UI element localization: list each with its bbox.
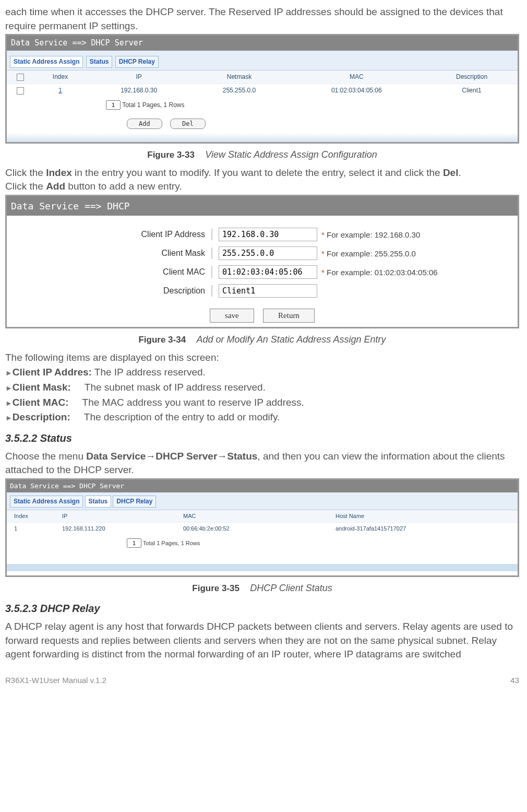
form-row-client-ip: Client IP Address * For example: 192.168… bbox=[7, 225, 518, 244]
form-row-description: Description bbox=[7, 281, 518, 300]
relay-paragraph: A DHCP relay agent is any host that forw… bbox=[5, 620, 519, 662]
pager: Total 1 Pages, 1 Rows bbox=[7, 535, 518, 551]
tab-dhcp-relay[interactable]: DHCP Relay bbox=[115, 56, 159, 68]
tab-status[interactable]: Status bbox=[85, 496, 112, 508]
panel-title: Data Service ==> DHCP Server bbox=[7, 480, 518, 492]
col-ip: IP bbox=[87, 70, 191, 84]
row-mac: 00:66:4b:2e:00:52 bbox=[180, 523, 332, 535]
figure-3-35-screenshot: Data Service ==> DHCP Server Static Addr… bbox=[5, 478, 519, 577]
tab-bar: Static Address Assign Status DHCP Relay bbox=[7, 51, 518, 70]
add-button[interactable]: Add bbox=[127, 119, 162, 130]
intro-paragraph: each time when it accesses the DHCP serv… bbox=[5, 5, 519, 33]
select-all-checkbox[interactable] bbox=[17, 74, 24, 81]
row-mac: 01:02:03:04:05:06 bbox=[288, 84, 426, 97]
row-index: 1 bbox=[7, 523, 59, 535]
heading-status: 3.5.2.2 Status bbox=[5, 431, 519, 445]
page-number-input[interactable] bbox=[106, 100, 121, 110]
footer-page-number: 43 bbox=[510, 675, 519, 686]
paragraph-add: Click the Add button to add a new entry. bbox=[5, 180, 519, 194]
form-row-client-mask: Client Mask * For example: 255.255.0.0 bbox=[7, 244, 518, 263]
row-desc: Client1 bbox=[426, 84, 518, 97]
def-description: ►Description: The description of the ent… bbox=[5, 410, 519, 425]
def-client-mask: ►Client Mask: The subnet mask of IP addr… bbox=[5, 381, 519, 395]
pager-text: Total 1 Pages, 1 Rows bbox=[143, 540, 200, 546]
col-index: Index bbox=[34, 70, 87, 84]
input-client-ip[interactable] bbox=[219, 228, 317, 241]
col-description: Description bbox=[426, 70, 518, 84]
figure-3-34-screenshot: Data Service ==> DHCP Client IP Address … bbox=[5, 195, 519, 328]
status-table: Index IP MAC Host Name 1 192.168.111.220… bbox=[7, 510, 518, 535]
form-row-client-mac: Client MAC * For example: 01:02:03:04:05… bbox=[7, 263, 518, 281]
input-client-mac[interactable] bbox=[219, 265, 317, 279]
panel-footer-bar bbox=[7, 564, 518, 571]
col-netmask: Netmask bbox=[191, 70, 287, 84]
divider-icon bbox=[211, 229, 212, 240]
static-address-table: Index IP Netmask MAC Description 1 192.1… bbox=[7, 70, 518, 97]
pager: Total 1 Pages, 1 Rows bbox=[7, 97, 518, 113]
table-row: 1 192.168.0.30 255.255.0.0 01:02:03:04:0… bbox=[7, 84, 518, 97]
input-client-mask[interactable] bbox=[219, 246, 317, 260]
panel-footer-gradient bbox=[7, 133, 518, 142]
label-client-mask: Client Mask bbox=[7, 248, 211, 259]
figure-3-34-caption: Figure 3-34 Add or Modify An Static Addr… bbox=[5, 333, 519, 347]
figure-3-33-caption: Figure 3-33 View Static Address Assign C… bbox=[5, 148, 519, 162]
tab-bar: Static Address Assign Status DHCP Relay bbox=[7, 492, 518, 510]
row-ip: 192.168.0.30 bbox=[87, 84, 191, 97]
row-checkbox[interactable] bbox=[17, 87, 24, 95]
del-button[interactable]: Del bbox=[170, 119, 206, 130]
col-ip: IP bbox=[59, 510, 180, 523]
tab-static-address-assign[interactable]: Static Address Assign bbox=[10, 496, 83, 508]
table-row: 1 192.168.111.220 00:66:4b:2e:00:52 andr… bbox=[7, 523, 518, 535]
status-paragraph: Choose the menu Data Service→DHCP Server… bbox=[5, 450, 519, 477]
figure-3-35-caption: Figure 3-35 DHCP Client Status bbox=[5, 581, 519, 595]
heading-dhcp-relay: 3.5.2.3 DHCP Relay bbox=[5, 601, 519, 616]
col-mac: MAC bbox=[288, 70, 426, 84]
tab-status[interactable]: Status bbox=[86, 56, 113, 68]
def-client-ip: ►Client IP Addres: The IP address reserv… bbox=[5, 366, 519, 380]
hint-client-ip: * For example: 192.168.0.30 bbox=[321, 229, 420, 240]
tab-dhcp-relay[interactable]: DHCP Relay bbox=[113, 496, 156, 508]
footer-manual-title: R36X1-W1User Manual v.1.2 bbox=[5, 675, 106, 686]
panel-title: Data Service ==> DHCP bbox=[7, 196, 518, 216]
items-intro: The following items are displayed on thi… bbox=[5, 351, 519, 365]
page-number-input[interactable] bbox=[127, 538, 141, 548]
row-ip: 192.168.111.220 bbox=[59, 523, 180, 535]
label-description: Description bbox=[7, 285, 211, 297]
panel-title: Data Service ==> DHCP Server bbox=[7, 36, 518, 51]
def-client-mac: ►Client MAC: The MAC address you want to… bbox=[5, 396, 519, 410]
label-client-ip: Client IP Address bbox=[7, 229, 211, 240]
paragraph-modify: Click the Index in the entry you want to… bbox=[5, 166, 519, 180]
tab-static-address-assign[interactable]: Static Address Assign bbox=[10, 56, 83, 68]
page-footer: R36X1-W1User Manual v.1.2 43 bbox=[5, 675, 519, 686]
row-hostname: android-317afa1415717027 bbox=[332, 523, 518, 535]
divider-icon bbox=[211, 266, 212, 278]
row-index-link[interactable]: 1 bbox=[58, 87, 62, 94]
save-button[interactable]: save bbox=[210, 309, 254, 323]
input-description[interactable] bbox=[219, 284, 317, 298]
figure-3-33-screenshot: Data Service ==> DHCP Server Static Addr… bbox=[5, 34, 519, 144]
col-hostname: Host Name bbox=[332, 510, 518, 523]
hint-client-mac: * For example: 01:02:03:04:05:06 bbox=[321, 267, 438, 278]
label-client-mac: Client MAC bbox=[7, 266, 211, 278]
col-mac: MAC bbox=[180, 510, 332, 523]
pager-text: Total 1 Pages, 1 Rows bbox=[122, 101, 184, 109]
hint-client-mask: * For example: 255.255.0.0 bbox=[321, 248, 416, 259]
divider-icon bbox=[211, 285, 212, 297]
return-button[interactable]: Return bbox=[263, 309, 315, 323]
col-index: Index bbox=[7, 510, 59, 523]
row-netmask: 255.255.0.0 bbox=[191, 84, 287, 97]
divider-icon bbox=[211, 248, 212, 259]
